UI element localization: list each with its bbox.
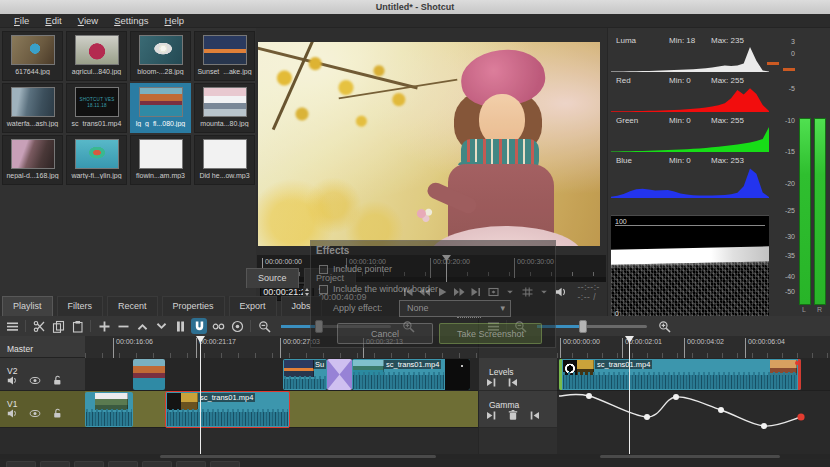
tab-filters[interactable]: Filters — [57, 296, 104, 316]
split-button[interactable] — [172, 318, 188, 334]
ripple-toggle[interactable] — [229, 318, 245, 334]
playlist-item-warty-fi-ylin-jpg[interactable]: warty-fi...ylin.jpg — [66, 135, 127, 185]
keyframe-dot[interactable] — [795, 361, 799, 365]
meter-bar-left — [799, 118, 811, 305]
v1-hide-toggle[interactable] — [29, 405, 41, 423]
playlist-item-flowin-am-mp3[interactable]: flowin...am.mp3 — [130, 135, 191, 185]
clip-v2-sc-trans01[interactable]: sc_trans01.mp4 — [352, 359, 470, 390]
keyframe-point[interactable] — [718, 407, 724, 413]
taskbar-item-6[interactable] — [210, 461, 240, 467]
keyframe-point-selected[interactable] — [797, 413, 804, 420]
clip-v2-image[interactable] — [133, 359, 165, 390]
taskbar-item-5[interactable] — [176, 461, 206, 467]
track-head-v1[interactable]: V1 — [0, 391, 85, 428]
keyframes-playhead[interactable] — [629, 336, 630, 454]
scrub-while-dragging-toggle[interactable] — [210, 318, 226, 334]
keyframes-ruler[interactable]: 00:00:00:0000:00:02:0100:00:04:0200:00:0… — [557, 336, 830, 359]
menu-settings[interactable]: Settings — [106, 14, 156, 27]
keyframe-point[interactable] — [761, 423, 767, 429]
menu-edit[interactable]: Edit — [37, 14, 69, 27]
ripple-delete-button[interactable] — [115, 318, 131, 334]
taskbar-item-3[interactable] — [108, 461, 138, 467]
keyframe-point[interactable] — [644, 414, 650, 420]
taskbar-item-2[interactable] — [74, 461, 104, 467]
copy-button[interactable] — [50, 318, 66, 334]
track-head-master[interactable]: Master — [0, 336, 85, 358]
playlist-item-nepal-d-168-jpg[interactable]: nepal-d...168.jpg — [2, 135, 63, 185]
tab-playlist[interactable]: Playlist — [2, 296, 53, 316]
cut-button[interactable] — [31, 318, 47, 334]
paste-button[interactable] — [69, 318, 85, 334]
gamma-prev-keyframe-button[interactable] — [485, 407, 497, 425]
tab-recent[interactable]: Recent — [107, 296, 158, 316]
track-v1[interactable]: sc_trans01.mp4 — [85, 391, 478, 428]
menu-help[interactable]: Help — [157, 14, 193, 27]
playlist-item-sc-trans01-mp4[interactable]: SHOTCUT VES18.11.18sc_trans01.mp4 — [66, 83, 127, 133]
menu-view[interactable]: View — [70, 14, 106, 27]
gamma-delete-keyframe-button[interactable] — [507, 407, 519, 425]
tab-source[interactable]: Source — [246, 268, 299, 288]
scopes-panel: LumaMin: 18Max: 235RedMin: 0Max: 255Gree… — [607, 28, 830, 318]
histogram-max: Max: 235 — [711, 36, 744, 45]
keyframes-zoom-in-button[interactable] — [656, 318, 672, 334]
keyframes-filter-gamma[interactable]: Gamma — [479, 391, 557, 428]
timeline-menu-button[interactable] — [4, 318, 20, 334]
playlist-item-agricul-840-jpg[interactable]: agricul...840.jpg — [66, 31, 127, 81]
effect-value: None — [407, 303, 429, 313]
fruit-thumbnail — [75, 35, 119, 65]
playlist-item-name: waterfa...ash.jpg — [1, 120, 64, 127]
clip-audio-waveform — [563, 375, 797, 389]
playlist-item-waterfa-ash-jpg[interactable]: waterfa...ash.jpg — [2, 83, 63, 133]
v1-lock-toggle[interactable] — [52, 405, 63, 423]
tab-properties[interactable]: Properties — [162, 296, 225, 316]
keyframes-clip[interactable]: sc_trans01.mp4 — [559, 359, 801, 390]
track-v2[interactable]: Su sc_trans01.mp4 — [85, 358, 478, 391]
playlist-item-name: Sunset_...ake.jpg — [193, 68, 256, 75]
keyframes-filter-levels[interactable]: Levels — [479, 358, 557, 391]
histogram-red — [611, 87, 769, 112]
taskbar-item-0[interactable] — [6, 461, 36, 467]
window-border-checkbox[interactable] — [319, 285, 328, 294]
levels-prev-keyframe-button[interactable] — [485, 374, 497, 392]
timeline-zoom-out-button[interactable] — [256, 318, 272, 334]
overwrite-button[interactable] — [153, 318, 169, 334]
include-pointer-checkbox[interactable] — [319, 265, 328, 274]
v2-mute-toggle[interactable] — [7, 372, 18, 390]
track-head-v2[interactable]: V2 — [0, 358, 85, 391]
playlist-item-did-he-ow-mp3[interactable]: Did he...ow.mp3 — [194, 135, 255, 185]
timeline-playhead[interactable] — [200, 336, 201, 454]
keyframes-scrollbar-thumb[interactable] — [600, 455, 780, 458]
append-button[interactable] — [96, 318, 112, 334]
cancel-button[interactable]: Cancel — [337, 323, 433, 344]
snap-toggle[interactable] — [191, 318, 207, 334]
menu-file[interactable]: File — [6, 14, 37, 27]
gamma-next-keyframe-button[interactable] — [529, 407, 541, 425]
clip-v1-sc-trans01-selected[interactable]: sc_trans01.mp4 — [165, 391, 290, 428]
keyframe-point[interactable] — [586, 393, 592, 399]
playlist-item-sunset-ake-jpg[interactable]: Sunset_...ake.jpg — [194, 31, 255, 81]
lift-button[interactable] — [134, 318, 150, 334]
playlist-item-617644-jpg[interactable]: 617644.jpg — [2, 31, 63, 81]
v2-hide-toggle[interactable] — [29, 372, 41, 390]
video-preview[interactable] — [258, 42, 600, 246]
taskbar-item-4[interactable] — [142, 461, 172, 467]
v1-mute-toggle[interactable] — [7, 405, 18, 423]
clip-label: sc_trans01.mp4 — [384, 360, 441, 369]
clip-v1-image[interactable] — [85, 392, 133, 427]
timeline-scrollbar-thumb[interactable] — [160, 455, 436, 458]
taskbar-item-1[interactable] — [40, 461, 70, 467]
playlist-item-lg-g-fl-080-jpg[interactable]: lg_g_fl...080.jpg — [130, 83, 191, 133]
levels-next-keyframe-button[interactable] — [507, 374, 519, 392]
meter-scale--20: -20 — [773, 180, 795, 187]
playlist-item-mounta-80-jpg[interactable]: mounta...80.jpg — [194, 83, 255, 133]
clip-in-edge[interactable] — [559, 359, 562, 390]
keyframes-curve-area[interactable] — [557, 391, 830, 454]
tab-export[interactable]: Export — [229, 296, 277, 316]
take-screenshot-button[interactable]: Take Screenshot — [439, 323, 542, 344]
keyframe-point[interactable] — [673, 394, 679, 400]
transition-v2[interactable] — [327, 359, 352, 390]
playlist-item-bloom-28-jpg[interactable]: bloom-...28.jpg — [130, 31, 191, 81]
clip-v2-sunset[interactable]: Su — [283, 359, 327, 390]
effect-select[interactable]: None ▾ — [399, 300, 511, 317]
v2-lock-toggle[interactable] — [52, 372, 63, 390]
